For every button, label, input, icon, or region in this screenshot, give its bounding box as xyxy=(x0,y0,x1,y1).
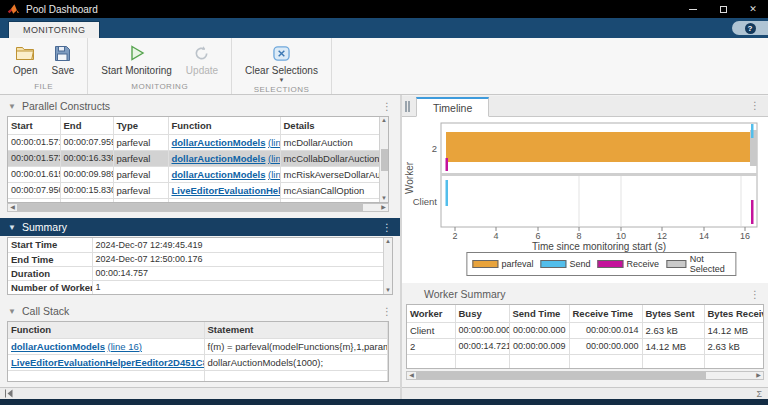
help-button[interactable]: ? xyxy=(732,21,768,35)
table-row[interactable]: 00:00:07.950 00:00:15.830 parfeval LiveE… xyxy=(8,182,379,198)
save-button[interactable]: Save xyxy=(44,40,81,80)
kebab-menu-icon[interactable]: ⋮ xyxy=(382,222,392,233)
maximize-button[interactable] xyxy=(708,0,738,18)
tab-monitoring[interactable]: MONITORING xyxy=(8,21,100,38)
call-stack-table: Function Statement dollarAuctionModels (… xyxy=(7,321,389,382)
scroll-up-icon[interactable]: ▲ xyxy=(384,238,393,245)
function-link[interactable]: LiveEditorEvaluationHelperEeditor2D451C8… xyxy=(11,357,204,368)
matlab-logo-icon xyxy=(7,3,20,15)
function-link[interactable]: dollarAuctionModels xyxy=(172,153,266,164)
scroll-left-icon[interactable]: ◀ xyxy=(407,372,416,379)
not-selected-swatch-icon xyxy=(666,260,687,268)
tab-timeline[interactable]: Timeline xyxy=(416,97,489,117)
restore-panel-icon[interactable] xyxy=(405,101,413,112)
minimize-button[interactable] xyxy=(678,0,708,18)
svg-text:16: 16 xyxy=(740,231,750,241)
send-event[interactable] xyxy=(446,180,449,206)
scrollbar-thumb[interactable] xyxy=(416,372,706,379)
scroll-down-icon[interactable]: ▼ xyxy=(380,195,389,202)
kebab-menu-icon[interactable]: ⋮ xyxy=(382,306,392,317)
col-header-function: Function xyxy=(8,322,204,338)
col-header-busy: Busy xyxy=(455,305,509,322)
col-header-statement: Statement xyxy=(204,322,388,338)
svg-text:2: 2 xyxy=(452,231,457,241)
left-column: ▼ Parallel Constructs ⋮ Start End Type F… xyxy=(0,95,400,399)
close-button[interactable]: ✕ xyxy=(738,0,768,18)
vertical-scrollbar[interactable]: ▲ ▼ xyxy=(379,117,388,202)
worker-summary-header[interactable]: Worker Summary ⋮ xyxy=(402,285,768,303)
line-link[interactable]: (line 16) xyxy=(268,153,280,164)
send-event[interactable] xyxy=(751,124,754,138)
function-link[interactable]: LiveEditorEvaluationHelpe… xyxy=(172,185,281,196)
kebab-menu-icon[interactable]: ⋮ xyxy=(750,289,760,300)
update-button-label: Update xyxy=(186,65,218,76)
table-row-selected[interactable]: 00:00:01.573 00:00:16.330 parfeval dolla… xyxy=(8,150,379,166)
vertical-scrollbar[interactable]: ▲ ▼ xyxy=(383,238,392,294)
parfeval-bar[interactable] xyxy=(446,132,750,162)
lane-divider xyxy=(441,173,757,176)
scroll-up-icon[interactable]: ▲ xyxy=(380,117,389,124)
table-row[interactable]: 00:00:01.571 00:00:07.959 parfeval dolla… xyxy=(8,134,379,150)
receive-event[interactable] xyxy=(446,158,449,171)
toolbar-group-monitoring: Start Monitoring Update MONITORING xyxy=(88,38,232,94)
clear-selections-button[interactable]: Clear Selections ▼ xyxy=(238,40,325,83)
table-row[interactable]: 00:00:01.615 00:00:09.989 parfeval dolla… xyxy=(8,166,379,182)
horizontal-scrollbar[interactable]: ◀ ▶ xyxy=(7,203,389,212)
save-floppy-icon xyxy=(54,43,71,63)
timeline-chart: 2 4 6 8 10 12 14 16 2 Client Worker Time… xyxy=(402,122,768,252)
col-header-receive-time: Receive Time xyxy=(569,305,642,322)
scrollbar-thumb[interactable] xyxy=(381,149,388,171)
legend-item-parfeval: parfeval xyxy=(472,259,533,269)
svg-text:14: 14 xyxy=(699,231,709,241)
scroll-right-icon[interactable]: ▶ xyxy=(754,372,763,379)
svg-text:10: 10 xyxy=(616,231,626,241)
summary-sigma-icon[interactable]: Σ xyxy=(756,389,762,399)
collapse-chevron-icon[interactable]: ▼ xyxy=(8,307,18,316)
send-swatch-icon xyxy=(540,260,566,268)
open-button[interactable]: Open xyxy=(6,40,44,80)
table-row[interactable]: dollarAuctionModels (line 16) f(m) = par… xyxy=(8,338,388,354)
toolbar: Open Save FILE Start Monitoring xyxy=(0,38,768,95)
timeline-tabbar: Timeline ⋮ xyxy=(402,96,768,117)
call-stack-title: Call Stack xyxy=(22,305,69,317)
collapse-chevron-icon[interactable]: ▼ xyxy=(8,102,18,111)
tab-monitoring-label: MONITORING xyxy=(23,25,85,35)
toolbar-group-selections: Clear Selections ▼ SELECTIONS xyxy=(232,38,332,94)
refresh-icon xyxy=(193,43,210,63)
table-row[interactable]: LiveEditorEvaluationHelperEeditor2D451C8… xyxy=(8,354,388,370)
title-bar: Pool Dashboard ✕ xyxy=(0,0,768,18)
main-area: ▼ Parallel Constructs ⋮ Start End Type F… xyxy=(0,95,768,399)
summary-row: Duration 00:00:14.757 xyxy=(8,266,384,280)
save-button-label: Save xyxy=(51,65,74,76)
kebab-menu-icon[interactable]: ⋮ xyxy=(382,101,392,112)
table-row[interactable]: Client 00:00:00.000 00:00:00.000 00:00:0… xyxy=(407,322,764,338)
scroll-right-icon[interactable]: ▶ xyxy=(379,204,388,211)
line-link[interactable]: (line 16) xyxy=(268,169,280,180)
parfeval-swatch-icon xyxy=(472,260,498,268)
table-row[interactable]: 2 00:00:14.721 00:00:00.009 00:00:00.000… xyxy=(407,338,764,354)
scroll-home-icon[interactable] xyxy=(4,389,14,398)
collapse-chevron-icon[interactable]: ▼ xyxy=(8,223,18,232)
function-link[interactable]: dollarAuctionModels xyxy=(172,169,266,180)
parallel-constructs-header[interactable]: ▼ Parallel Constructs ⋮ xyxy=(0,97,400,115)
summary-header[interactable]: ▼ Summary ⋮ xyxy=(0,218,400,236)
svg-text:8: 8 xyxy=(576,231,581,241)
receive-event[interactable] xyxy=(751,200,754,224)
toolbar-group-file-label: FILE xyxy=(34,80,53,94)
start-monitoring-button[interactable]: Start Monitoring xyxy=(94,40,179,80)
function-link[interactable]: dollarAuctionModels xyxy=(11,341,105,352)
update-button[interactable]: Update xyxy=(179,40,225,80)
svg-text:12: 12 xyxy=(657,231,667,241)
line-link[interactable]: (line 16) xyxy=(268,137,280,148)
scroll-down-icon[interactable]: ▼ xyxy=(384,287,393,294)
right-status-strip: Σ xyxy=(402,387,768,399)
scroll-left-icon[interactable]: ◀ xyxy=(8,204,17,211)
col-header-function: Function xyxy=(168,117,280,134)
horizontal-scrollbar[interactable]: ◀ ▶ xyxy=(406,371,764,380)
line-link[interactable]: (line 16) xyxy=(108,341,142,352)
call-stack-header[interactable]: ▼ Call Stack ⋮ xyxy=(0,302,400,320)
svg-text:6: 6 xyxy=(535,231,540,241)
kebab-menu-icon[interactable]: ⋮ xyxy=(750,100,760,111)
function-link[interactable]: dollarAuctionModels xyxy=(172,137,266,148)
scrollbar-thumb[interactable] xyxy=(17,204,363,211)
